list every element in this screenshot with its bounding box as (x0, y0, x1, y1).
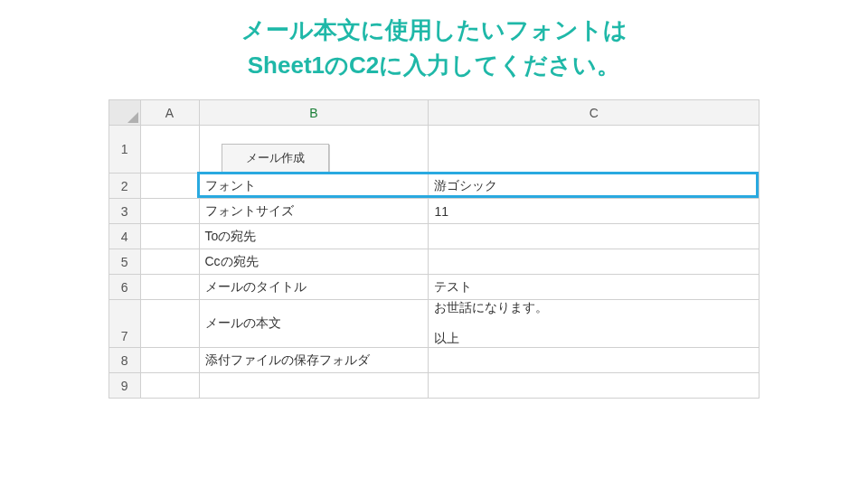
spreadsheet-grid[interactable]: A B C 1 メール作成 2 フォント 游ゴシック 3 フォントサイズ 11 … (108, 99, 760, 399)
cell-a9[interactable] (140, 373, 199, 399)
cell-a6[interactable] (140, 275, 199, 300)
cell-b1[interactable]: メール作成 (199, 126, 429, 174)
row-header-6[interactable]: 6 (109, 275, 141, 300)
row-header-1[interactable]: 1 (109, 126, 141, 174)
cell-b3[interactable]: フォントサイズ (199, 199, 429, 224)
cell-a3[interactable] (140, 199, 199, 224)
cell-c3[interactable]: 11 (429, 199, 760, 224)
cell-b7[interactable]: メールの本文 (199, 300, 429, 348)
cell-a5[interactable] (140, 249, 199, 275)
heading-line1: メール本文に使用したいフォントは (241, 16, 627, 43)
row-header-9[interactable]: 9 (109, 373, 141, 399)
cell-c7[interactable]: お世話になります。 以上 (429, 300, 760, 348)
cell-b5[interactable]: Ccの宛先 (199, 249, 429, 275)
cell-b6[interactable]: メールのタイトル (199, 275, 429, 300)
row-header-2[interactable]: 2 (109, 174, 141, 199)
cell-a7[interactable] (140, 300, 199, 348)
heading-line2: Sheet1のC2に入力してください。 (248, 52, 621, 79)
col-header-a[interactable]: A (140, 100, 199, 126)
cell-a4[interactable] (140, 224, 199, 249)
cell-c2[interactable]: 游ゴシック (429, 174, 760, 199)
cell-c6[interactable]: テスト (429, 275, 760, 300)
row-header-8[interactable]: 8 (109, 348, 141, 373)
row-header-3[interactable]: 3 (109, 199, 141, 224)
cell-c1[interactable] (429, 126, 760, 174)
instruction-heading: メール本文に使用したいフォントは Sheet1のC2に入力してください。 (0, 0, 868, 90)
cell-b2[interactable]: フォント (199, 174, 429, 199)
cell-c4[interactable] (429, 224, 760, 249)
cell-c9[interactable] (429, 373, 760, 399)
col-header-b[interactable]: B (199, 100, 429, 126)
col-header-c[interactable]: C (429, 100, 760, 126)
cell-b8[interactable]: 添付ファイルの保存フォルダ (199, 348, 429, 373)
row-header-5[interactable]: 5 (109, 249, 141, 275)
row-header-4[interactable]: 4 (109, 224, 141, 249)
cell-b4[interactable]: Toの宛先 (199, 224, 429, 249)
cell-a2[interactable] (140, 174, 199, 199)
mail-create-button[interactable]: メール作成 (222, 144, 329, 173)
row-header-7[interactable]: 7 (109, 300, 141, 348)
cell-b9[interactable] (199, 373, 429, 399)
cell-a1[interactable] (140, 126, 199, 174)
cell-c5[interactable] (429, 249, 760, 275)
cell-c8[interactable] (429, 348, 760, 373)
cell-a8[interactable] (140, 348, 199, 373)
select-all-corner[interactable] (109, 100, 141, 126)
